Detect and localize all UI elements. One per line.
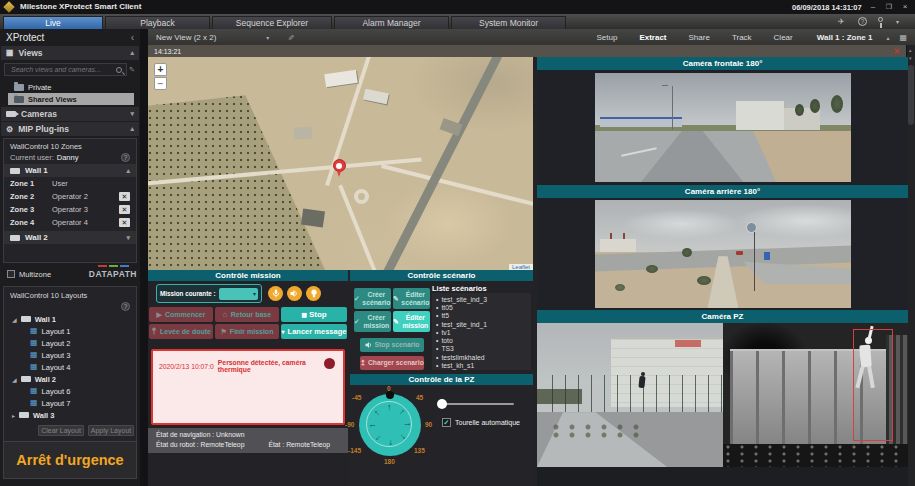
scenario-list-item[interactable]: •tv1 [436, 328, 527, 336]
microphone-button[interactable] [268, 286, 283, 301]
tab-live[interactable]: Live [3, 16, 103, 29]
clear-button[interactable]: Clear [774, 33, 793, 42]
share-button[interactable]: Share [689, 33, 710, 42]
tab-playback[interactable]: Playback [105, 16, 210, 29]
pz-slider-track[interactable] [438, 403, 514, 405]
expanded-icon: ◢ [12, 376, 17, 383]
layout-tree-wall1[interactable]: ◢Wall 1 [4, 313, 136, 325]
scenario-list-item[interactable]: •test_kh_s1 [436, 361, 527, 369]
scenario-list-item[interactable]: •TS3 [436, 345, 527, 353]
layout-tree-item[interactable]: ▦Layout 1 [4, 325, 136, 337]
pin-icon[interactable]: ✎ [286, 34, 295, 41]
creer-scenario-button[interactable]: ✓Créer scénario [354, 288, 391, 309]
sidebar-collapse-icon[interactable]: ‹ [131, 32, 134, 43]
zone-row: Zone 4 Operator 4 ✕ [4, 216, 136, 229]
zone-remove-button[interactable]: ✕ [119, 205, 130, 214]
layout-tree-wall3[interactable]: ▸Wall 3 [4, 409, 136, 421]
layout-tree-item[interactable]: ▦Layout 3 [4, 349, 136, 361]
tourelle-checkbox[interactable]: ✓ [442, 418, 451, 427]
wall2-bar[interactable]: Wall 2 ▾ [4, 231, 136, 244]
home-icon: ⌂ [223, 310, 228, 319]
map-view[interactable]: + − Leaflet [148, 57, 533, 270]
layout-tree-item[interactable]: ▦Layout 7 [4, 397, 136, 409]
scenario-list-item[interactable]: •testslimkhaled [436, 353, 527, 361]
stop-button[interactable]: ▮▮Stop [281, 307, 347, 322]
finir-mission-button[interactable]: ⚑Finir mission [215, 324, 279, 339]
tab-system-monitor[interactable]: System Monitor [451, 16, 566, 29]
view-selector-chevron-icon[interactable]: ▾ [266, 34, 269, 41]
extract-button[interactable]: Extract [639, 33, 666, 42]
help-icon[interactable]: ? [858, 17, 867, 26]
layout-tree-item[interactable]: ▦Layout 6 [4, 385, 136, 397]
scroll-thumb[interactable] [908, 65, 914, 125]
folder-private[interactable]: Private [14, 81, 134, 93]
tab-sequence-explorer[interactable]: Sequence Explorer [212, 16, 332, 29]
levee-de-doute-button[interactable]: Levée de doute [149, 324, 213, 339]
camera-rear-tile[interactable] [537, 198, 908, 310]
tab-alarm-manager[interactable]: Alarm Manager [334, 16, 449, 29]
folder-shared-views[interactable]: Shared Views [8, 93, 134, 105]
pz-compass-dial[interactable]: ↑ ↑ ↑ ↑ ↑ ↑ ↑ ↑ [359, 394, 421, 456]
search-filter-icon[interactable]: ✎ [129, 66, 135, 74]
wall1-bar[interactable]: Wall 1 ▴ [4, 164, 136, 177]
commencer-button[interactable]: ▶Commencer [149, 307, 213, 322]
scenario-list-item[interactable]: •test_site_ind_1 [436, 320, 527, 328]
sidebar-section-cameras[interactable]: Cameras ▾ [1, 107, 139, 121]
chevron-up-icon: ▴ [126, 167, 130, 175]
track-button[interactable]: Track [732, 33, 752, 42]
layout-tree-item[interactable]: ▦Layout 4 [4, 361, 136, 373]
layout-tree-wall2[interactable]: ◢Wall 2 [4, 373, 136, 385]
camera-icon [6, 111, 16, 117]
chevron-up-icon[interactable]: ▴ [886, 34, 889, 41]
lightbulb-button[interactable] [306, 286, 321, 301]
scenario-list-item[interactable]: •test_site_ind_3 [436, 295, 527, 303]
scenario-list-item[interactable]: •tt5 [436, 312, 527, 320]
apply-layout-button[interactable]: Apply Layout [88, 425, 134, 436]
sidebar-gutter[interactable] [140, 29, 148, 486]
emergency-stop-button[interactable]: Arrêt d'urgence [3, 441, 137, 479]
clear-layout-button[interactable]: Clear Layout [38, 425, 84, 436]
current-mission-dropdown[interactable]: ▾ [219, 288, 258, 300]
chevron-down-icon[interactable]: ▾ [896, 18, 899, 25]
zone-remove-button[interactable]: ✕ [119, 218, 130, 227]
map-marker-pin[interactable] [333, 159, 346, 172]
bullet-icon: • [436, 296, 438, 303]
info-badge-icon[interactable]: ? [121, 153, 130, 162]
multizone-checkbox[interactable] [7, 270, 15, 278]
layout-tree-item[interactable]: ▦Layout 2 [4, 337, 136, 349]
profile-key-icon[interactable] [878, 17, 883, 22]
setup-button[interactable]: Setup [596, 33, 617, 42]
charger-scenario-button[interactable]: ↥Charger scenario [360, 356, 424, 370]
info-badge-icon[interactable]: ? [121, 302, 130, 311]
map-zoom-in-button[interactable]: + [154, 63, 167, 76]
camera-front-tile[interactable] [537, 70, 908, 185]
minimize-button[interactable]: – [866, 1, 880, 12]
map-zoom-out-button[interactable]: − [154, 77, 167, 90]
editer-scenario-button[interactable]: ✎Éditer scénario [393, 288, 430, 309]
status-plane-icon[interactable]: ✈ [838, 17, 845, 26]
close-view-icon[interactable]: ✕ [893, 47, 900, 56]
lancer-message-button[interactable]: ▾Lancer message [281, 324, 347, 339]
sidebar-section-views[interactable]: ▦ Views ▴ [1, 46, 139, 60]
search-icon[interactable] [116, 67, 122, 73]
wall-grid-icon[interactable]: ▦ [899, 33, 907, 42]
pz-slider-handle[interactable] [437, 399, 447, 409]
sidebar-section-mip-plugins[interactable]: ⚙ MIP Plug-ins ▴ [1, 122, 139, 136]
editer-mission-button[interactable]: ✎Éditer mission [393, 311, 430, 332]
creer-mission-button[interactable]: ✓Créer mission [354, 311, 391, 332]
maximize-button[interactable]: ❐ [882, 1, 896, 12]
scroll-down-icon[interactable]: ▾ [909, 55, 912, 61]
scenario-list-item[interactable]: •toto [436, 336, 527, 344]
search-input[interactable] [9, 65, 116, 74]
wall-zone-selector[interactable]: Wall 1 : Zone 1 [817, 33, 873, 42]
pause-icon: ▮▮ [301, 311, 306, 318]
close-button[interactable]: × [898, 1, 912, 12]
scenario-list-item[interactable]: •tt05 [436, 303, 527, 311]
scroll-up-icon[interactable]: ▴ [909, 47, 912, 53]
camera-pz-tile[interactable] [537, 323, 908, 467]
speaker-button[interactable] [287, 286, 302, 301]
retour-base-button[interactable]: ⌂Retour base [215, 307, 279, 322]
view-selector[interactable]: New View (2 x 2) [156, 33, 216, 42]
zone-remove-button[interactable]: ✕ [119, 192, 130, 201]
stop-scenario-button[interactable]: Stop scenario [360, 338, 424, 352]
